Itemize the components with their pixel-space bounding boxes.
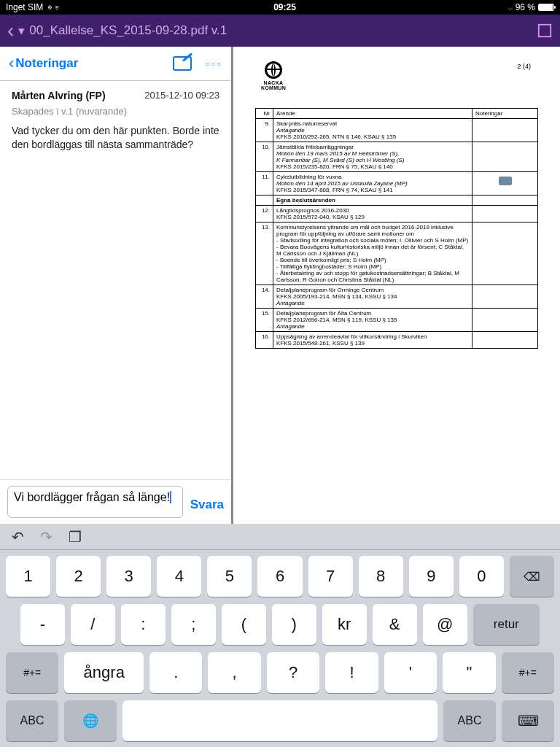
svg-rect-0 [539,25,551,37]
key-hide-keyboard-icon[interactable]: ⌨ [502,700,554,741]
key-4[interactable]: 4 [157,556,201,597]
reply-button[interactable]: Svara [190,498,224,518]
note-body: Vad tycker du om den här punkten. Borde … [12,124,219,152]
document-nav-bar: ‹ ▾ 00_Kallelse_KS_2015-09-28.pdf v.1 [0,15,560,47]
clipboard-icon[interactable]: ❐ [69,528,82,546]
key-[interactable]: ? [267,652,319,693]
battery-percent: 96 % [516,2,535,12]
key-1[interactable]: 1 [6,556,50,597]
note-indicator-icon[interactable] [499,177,512,185]
document-view[interactable]: 2 (4) NACKA KOMMUN Nr Ärende Noteringar … [233,47,560,524]
reply-input[interactable]: Vi bordlägger frågan så länge! [7,486,183,518]
key-backspace[interactable]: ⌫ [510,556,554,597]
notes-header: ‹ Noteringar ○○○ [0,47,231,81]
carrier-label: Inget SIM [6,2,43,12]
battery-icon [538,4,554,11]
key-5[interactable]: 5 [207,556,252,597]
table-row: 10.Jämställda fritidsanläggningarMotion … [256,142,538,172]
key-return[interactable]: retur [473,604,540,645]
note-timestamp: 2015-12-10 09:23 [144,90,219,101]
bluetooth-icon: ⌵ [508,2,513,12]
key-[interactable]: & [373,604,417,645]
col-noteringar: Noteringar [472,109,538,119]
notes-back-icon[interactable]: ‹ [9,54,14,73]
key-0[interactable]: 0 [459,556,504,597]
crop-icon[interactable] [537,23,553,39]
key-2[interactable]: 2 [56,556,101,597]
redo-icon[interactable]: ↷ [40,528,52,546]
key-9[interactable]: 9 [409,556,454,597]
key-[interactable]: ) [272,604,316,645]
key-abc-right[interactable]: ABC [443,700,496,741]
note-item[interactable]: Mårten Alvring (FP) 2015-12-10 09:23 Ska… [0,81,231,160]
keyboard: ↶ ↷ ❐ 1234567890⌫ -/:;()kr&@retur #+=ång… [0,524,560,747]
document-title: 00_Kallelse_KS_2015-09-28.pdf v.1 [29,23,227,38]
key-3[interactable]: 3 [106,556,151,597]
col-nr: Nr [256,109,273,119]
key-[interactable]: ! [325,652,378,693]
key-[interactable]: : [121,604,166,645]
table-row: 14.Detaljplaneprogram för Orminge Centru… [256,285,538,309]
key-[interactable]: / [71,604,115,645]
key-space[interactable] [122,700,438,741]
table-row: 15.Detaljplaneprogram för Älta CentrumKF… [256,309,538,332]
key-[interactable]: , [208,652,260,693]
key-[interactable]: ' [384,652,437,693]
dropdown-triangle-icon[interactable]: ▾ [18,23,25,39]
key-[interactable]: " [443,652,495,693]
note-created: Skapades i v.1 (nuvarande) [12,106,219,117]
key-symbols-left[interactable]: #+= [6,652,58,693]
key-[interactable]: ; [171,604,216,645]
key-abc-left[interactable]: ABC [6,700,58,741]
table-row: Egna beslutsärenden [256,196,538,206]
note-author: Mårten Alvring (FP) [12,90,106,101]
table-row: 11.Cykelutbildning för vuxnaMotion den 1… [256,172,538,196]
table-row: 9.Skarpnäs naturreservatAntagandeKFKS 20… [256,119,538,142]
key-8[interactable]: 8 [359,556,403,597]
page-number: 2 (4) [517,63,531,70]
key-[interactable]: - [20,604,65,645]
status-bar: Inget SIM ◉ ᯤ 09:25 ⌵ 96 % [0,0,560,15]
key-[interactable]: @ [423,604,467,645]
nacka-logo: NACKA KOMMUN [255,61,292,90]
wifi-icon: ◉ ᯤ [47,3,62,12]
key-symbols-right[interactable]: #+= [502,652,554,693]
clock: 09:25 [62,2,507,12]
col-arende: Ärende [273,109,472,119]
keyboard-toolbar: ↶ ↷ ❐ [0,524,560,550]
key-[interactable]: ( [222,604,266,645]
table-row: 12.Långtidsprognos 2016-2030KFKS 2015/57… [256,206,538,222]
key-ngra[interactable]: ångra [64,652,144,693]
key-[interactable]: . [149,652,202,693]
notes-pane: ‹ Noteringar ○○○ Mårten Alvring (FP) 201… [0,47,233,524]
undo-icon[interactable]: ↶ [12,528,24,546]
back-chevron-icon[interactable]: ‹ [7,19,14,42]
key-kr[interactable]: kr [322,604,367,645]
more-icon[interactable]: ○○○ [205,60,222,68]
notes-title[interactable]: Noteringar [15,56,173,71]
table-row: 13.Kommunstyrelsens yttrande om mål och … [256,222,538,285]
key-6[interactable]: 6 [257,556,302,597]
table-row: 16.Uppsägning av arrendeavtal för villko… [256,332,538,349]
key-globe-icon[interactable]: 🌐 [64,700,117,741]
compose-icon[interactable] [173,56,192,71]
agenda-table: Nr Ärende Noteringar 9.Skarpnäs naturres… [255,108,538,349]
key-7[interactable]: 7 [308,556,353,597]
reply-row: Vi bordlägger frågan så länge! Svara [0,479,231,524]
